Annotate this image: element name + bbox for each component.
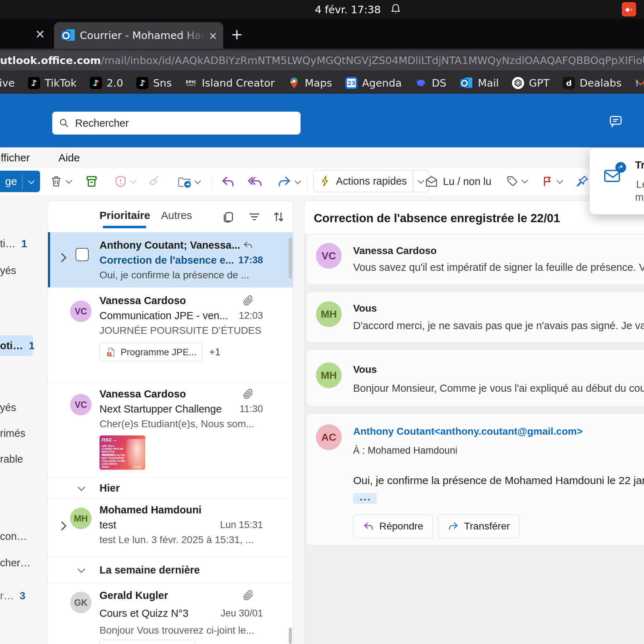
sidebar-folder[interactable]: rimés: [0, 425, 48, 442]
mail-row-selected[interactable]: Anthony Coutant; Vanessa... Correction d…: [48, 232, 293, 288]
expand-conversation-icon[interactable]: [57, 253, 66, 262]
tab-autres[interactable]: Autres: [161, 209, 192, 221]
search-box[interactable]: [52, 112, 301, 135]
paperclip-icon: [243, 295, 263, 306]
sidebar-folder-selected[interactable]: oti…1: [0, 335, 33, 356]
selected-accent-bar: [48, 232, 50, 287]
mail-row[interactable]: GK Gerald Kugler Cours et Quizz N°3 Jeu …: [48, 583, 293, 644]
delete-dropdown-icon[interactable]: [65, 177, 72, 184]
report-dropdown-icon[interactable]: [130, 177, 136, 184]
section-header-last-week[interactable]: La semaine dernière: [48, 557, 293, 583]
mail-row[interactable]: MH Mohamed Hamdouni test Lun 15:31 test …: [48, 498, 293, 557]
tab-prioritaire[interactable]: Prioritaire: [99, 209, 150, 221]
google-calendar-icon: 23: [345, 77, 357, 89]
more-attachments-label[interactable]: +1: [209, 346, 220, 358]
message-card-collapsed[interactable]: VC Vanessa Cardoso Vous savez qu'il est …: [306, 234, 644, 285]
sidebar-folder[interactable]: ti…1: [0, 235, 48, 252]
reply-button-inline[interactable]: Répondre: [353, 514, 433, 538]
list-scrollbar-thumb[interactable]: [289, 628, 292, 644]
flag-button[interactable]: [541, 174, 562, 189]
categorize-button[interactable]: [505, 174, 527, 188]
ribbon-menu: fficher Aide: [0, 147, 644, 168]
move-to-dropdown-icon[interactable]: [194, 177, 201, 184]
bookmark-mail[interactable]: Mail: [459, 76, 499, 90]
reply-all-button[interactable]: [248, 174, 263, 189]
list-scrollbar-thumb[interactable]: [289, 238, 292, 279]
notification-bell-icon[interactable]: [390, 3, 401, 16]
forward-button[interactable]: [277, 174, 300, 189]
menu-aide[interactable]: Aide: [58, 152, 80, 164]
pin-button[interactable]: [575, 174, 590, 189]
teaching-popup[interactable]: Tr Le m: [590, 148, 644, 214]
inline-image-thumbnail[interactable]: nsc→ ARE YOU A STUDENT WITH AN IMPACTFUL…: [99, 435, 145, 470]
archive-button[interactable]: [84, 174, 99, 189]
forward-button-inline[interactable]: Transférer: [438, 514, 519, 538]
bookmark-agenda[interactable]: 23 Agenda: [345, 77, 402, 89]
categorize-dropdown-icon[interactable]: [521, 177, 528, 183]
bookmark-island-creator[interactable]: EPICGAMES Island Creator: [185, 77, 275, 89]
bookmark-gmail[interactable]: Gmail: [635, 77, 644, 89]
bookmark-gpt[interactable]: GPT: [512, 77, 550, 89]
sidebar-folder[interactable]: cher…: [0, 554, 48, 571]
browser-tab-outlook[interactable]: Courrier - Mohamed Han ×: [54, 22, 223, 49]
message-card-collapsed[interactable]: MH Vous Bonjour Monsieur, Comme je vous …: [306, 349, 644, 406]
url-field[interactable]: utlook.office.com/mail/inbox/id/AAQkADBi…: [0, 50, 644, 70]
mail-checkbox[interactable]: [75, 248, 89, 261]
screen-share-indicator-icon[interactable]: ◆›: [622, 2, 636, 16]
new-message-split-button[interactable]: ge: [0, 171, 40, 192]
sidebar-folder[interactable]: yés: [0, 399, 48, 416]
avatar: MH: [316, 362, 342, 388]
bookmark-sns[interactable]: ♪ Sns: [136, 77, 172, 89]
sidebar-folder[interactable]: con…: [0, 528, 48, 545]
system-clock[interactable]: 4 févr. 17:38: [315, 4, 381, 16]
epic-games-icon: EPICGAMES: [185, 77, 197, 89]
tab-close-icon[interactable]: ×: [209, 29, 218, 42]
filter-icon[interactable]: [248, 210, 261, 224]
sidebar-folder[interactable]: rable: [0, 450, 48, 468]
collapse-section-icon[interactable]: [78, 483, 85, 491]
bookmark-ds[interactable]: DS: [415, 77, 447, 89]
show-quoted-text-button[interactable]: …: [353, 493, 377, 504]
delete-button[interactable]: [49, 174, 71, 189]
sidebar-folder[interactable]: yés: [0, 262, 48, 279]
section-header-yesterday[interactable]: Hier: [48, 478, 293, 498]
attachment-chip[interactable]: Cours Cyber IoT: [99, 640, 195, 644]
reply-button[interactable]: [220, 174, 235, 189]
collapse-section-icon[interactable]: [78, 565, 85, 573]
bookmarks-bar: rive ♪ TikTok ♪ 2.0 ♪ Sns EPICGAMES Isla…: [0, 72, 644, 94]
menu-afficher[interactable]: fficher: [1, 152, 30, 164]
close-window-icon[interactable]: ×: [33, 26, 47, 41]
document-icon: [106, 347, 116, 357]
sidebar-folder[interactable]: r…3: [0, 587, 48, 604]
bookmark-tiktok[interactable]: ♪ TikTok: [28, 77, 77, 89]
search-input[interactable]: [74, 117, 294, 130]
screen: { "sys": {"clock": "4 févr. 17:38"}, "br…: [0, 0, 644, 644]
new-tab-button[interactable]: +: [229, 26, 245, 42]
flag-dropdown-icon[interactable]: [556, 177, 563, 184]
move-to-button[interactable]: [177, 174, 200, 189]
read-unread-button[interactable]: Lu / non lu: [424, 174, 491, 189]
sort-icon[interactable]: [272, 210, 286, 224]
select-messages-icon[interactable]: [221, 210, 235, 224]
message-card-expanded[interactable]: AC Anthony Coutant<anthony.coutant@gmail…: [306, 413, 644, 546]
sender-email-link[interactable]: Anthony Coutant<anthony.coutant@gmail.co…: [353, 426, 582, 437]
bookmark-maps[interactable]: Maps: [288, 77, 332, 89]
mail-time: 12:03: [234, 310, 263, 321]
new-message-dropdown[interactable]: [23, 171, 40, 192]
quick-actions-button[interactable]: Actions rapides: [313, 170, 429, 192]
message-list-header: Prioritaire Autres: [48, 201, 293, 232]
bookmark-dealabs[interactable]: d Dealabs: [563, 77, 621, 89]
mail-row[interactable]: VC Vanessa Cardoso Next Startupper Chall…: [48, 381, 293, 478]
sweep-button[interactable]: [146, 174, 160, 189]
bookmark-tiktok-2[interactable]: ♪ 2.0: [90, 77, 123, 89]
mail-row[interactable]: VC Vanessa Cardoso Communication JPE - v…: [48, 288, 293, 381]
report-button[interactable]: [114, 174, 136, 189]
attachment-chip[interactable]: Programme JPE...: [99, 343, 203, 361]
forward-dropdown-icon[interactable]: [294, 177, 301, 184]
bookmark-drive[interactable]: rive: [0, 77, 15, 89]
replied-icon: [242, 240, 263, 250]
message-card-collapsed[interactable]: MH Vous D'accord merci, je ne savais pas…: [306, 292, 644, 342]
chat-icon[interactable]: [608, 114, 623, 128]
expand-conversation-icon[interactable]: [57, 521, 66, 530]
paperclip-icon: [243, 590, 263, 601]
